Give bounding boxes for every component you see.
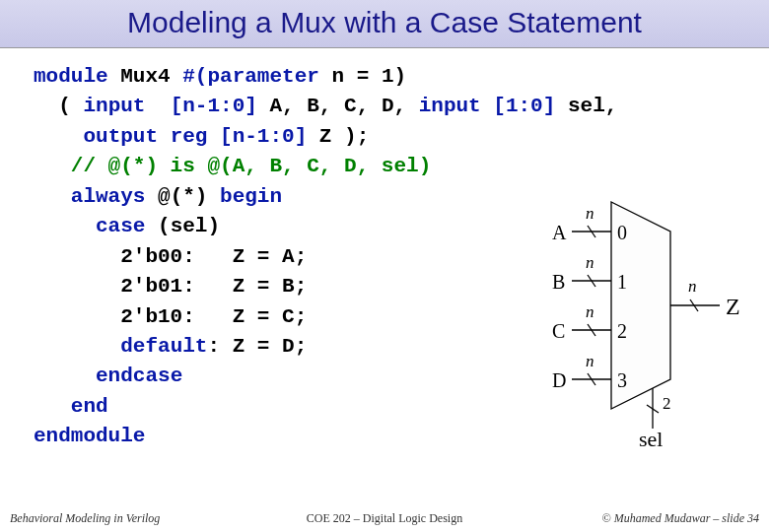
port-0: 0 [617, 222, 627, 244]
code-text: sel, [555, 95, 617, 117]
code-text: 2'b01: Z = B; [34, 275, 307, 298]
slide-title: Modeling a Mux with a Case Statement [0, 6, 769, 39]
code-text: 2'b10: Z = C; [34, 305, 307, 328]
code-text: n = 1) [319, 65, 406, 88]
code-text [34, 125, 83, 148]
kw-end: end [71, 395, 108, 418]
code-text: Z ); [307, 125, 369, 148]
code-text [34, 215, 96, 237]
code-text [34, 365, 96, 387]
code-text: Mux4 [108, 65, 183, 88]
label-C: C [552, 320, 565, 343]
label-D: D [552, 369, 566, 392]
kw-input: input [419, 95, 494, 117]
range: [1:0] [493, 95, 555, 117]
title-bar: Modeling a Mux with a Case Statement [0, 0, 769, 48]
label-B: B [552, 271, 565, 294]
label-n: n [586, 352, 594, 371]
kw-endmodule: endmodule [34, 425, 145, 447]
mux-diagram: A B C D n n n n 0 1 2 3 n Z 2 sel [552, 192, 749, 448]
code-text: A, B, C, D, [257, 95, 419, 117]
footer-right: © Muhamed Mudawar – slide 34 [602, 511, 759, 526]
port-3: 3 [617, 369, 627, 392]
kw-input: input [83, 95, 170, 117]
port-2: 2 [617, 320, 627, 343]
code-line-1: module Mux4 #(parameter n = 1) [34, 62, 769, 92]
code-line-4: // @(*) is @(A, B, C, D, sel) [34, 152, 769, 181]
kw-case: case [96, 215, 145, 237]
code-line-3: output reg [n-1:0] Z ); [34, 122, 769, 152]
code-line-2: ( input [n-1:0] A, B, C, D, input [1:0] … [34, 92, 769, 121]
label-n: n [586, 302, 594, 322]
code-text: : Z = D; [207, 335, 307, 358]
label-sel: sel [639, 427, 663, 452]
label-Z: Z [726, 294, 740, 320]
kw-begin: begin [220, 185, 282, 208]
label-A: A [552, 222, 566, 244]
kw-module: module [34, 65, 108, 88]
label-n: n [586, 253, 594, 273]
label-n: n [586, 204, 594, 224]
code-text [34, 395, 71, 418]
range: [n-1:0] [171, 95, 257, 117]
code-text: 2'b00: Z = A; [34, 245, 307, 268]
code-text: ( [34, 95, 83, 117]
code-text: (sel) [145, 215, 220, 237]
port-1: 1 [617, 271, 627, 294]
code-text [34, 335, 120, 358]
label-two: 2 [663, 394, 671, 414]
comment: // @(*) is @(A, B, C, D, sel) [34, 155, 431, 177]
label-n-out: n [688, 277, 697, 297]
kw-endcase: endcase [96, 365, 182, 387]
mux-svg [552, 192, 749, 448]
kw-parameter: #(parameter [182, 65, 319, 88]
code-text: @(*) [145, 185, 220, 208]
kw-output-reg: output reg [83, 125, 220, 148]
kw-always: always [71, 185, 146, 208]
code-text [34, 185, 71, 208]
kw-default: default [120, 335, 207, 358]
range: [n-1:0] [220, 125, 307, 148]
